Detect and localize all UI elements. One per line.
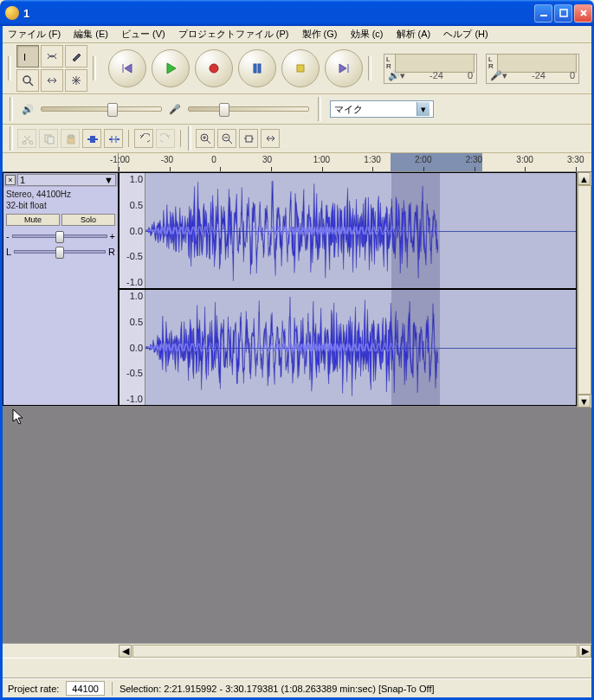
mute-button[interactable]: Mute	[6, 214, 60, 226]
menu-generate[interactable]: 製作 (G)	[302, 29, 338, 39]
cut-button[interactable]	[17, 129, 36, 148]
speaker-icon: 🔊▾	[388, 70, 405, 81]
svg-rect-1	[560, 10, 567, 16]
track-format: Stereo, 44100Hz	[6, 189, 115, 200]
fit-selection-button[interactable]	[239, 129, 258, 148]
zoom-tool[interactable]	[16, 69, 39, 92]
grip[interactable]	[93, 56, 96, 80]
multi-tool[interactable]	[65, 69, 87, 92]
undo-button[interactable]	[134, 129, 153, 148]
gain-slider[interactable]: -+	[6, 231, 115, 241]
redo-button[interactable]	[156, 129, 175, 148]
track-bits: 32-bit float	[6, 200, 115, 211]
transport-controls	[108, 49, 363, 87]
project-rate-label: Project rate:	[8, 684, 59, 694]
envelope-tool[interactable]	[41, 45, 63, 67]
grip[interactable]	[318, 97, 321, 121]
menu-project[interactable]: プロジェクトファイル (P)	[178, 29, 289, 39]
svg-rect-20	[246, 136, 252, 142]
grip[interactable]	[10, 126, 13, 151]
output-volume-slider[interactable]	[41, 106, 162, 112]
chevron-down-icon: ▼	[104, 175, 113, 185]
menu-edit[interactable]: 編集 (E)	[74, 29, 108, 39]
input-volume-slider[interactable]	[188, 106, 309, 112]
svg-rect-8	[297, 65, 304, 72]
silence-button[interactable]	[104, 129, 123, 148]
pan-slider[interactable]: LR	[6, 247, 115, 257]
solo-button[interactable]: Solo	[61, 214, 115, 226]
app-icon	[5, 6, 19, 20]
menu-effect[interactable]: 効果 (c)	[351, 29, 384, 39]
timeshift-tool[interactable]	[41, 69, 63, 92]
timeline-ruler[interactable]: -1:00-300301:001:302:002:303:003:30	[3, 153, 591, 172]
skip-end-button[interactable]	[325, 49, 363, 87]
selection-tool[interactable]: I	[16, 45, 39, 67]
svg-rect-12	[48, 137, 54, 144]
selection-status: Selection: 2:21.915992 - 3:30.179381 (1:…	[119, 684, 435, 694]
maximize-button[interactable]	[554, 4, 572, 22]
dropdown-arrow-icon: ▾	[416, 102, 429, 116]
stop-button[interactable]	[281, 49, 320, 87]
menubar: ファイル (F) 編集 (E) ビュー (V) プロジェクトファイル (P) 製…	[3, 26, 591, 43]
track-header: × 1▼ Stereo, 44100Hz 32-bit float Mute S…	[3, 172, 119, 406]
record-button[interactable]	[195, 49, 233, 87]
skip-start-button[interactable]	[108, 49, 146, 87]
svg-point-5	[210, 64, 218, 73]
zoom-out-button[interactable]	[217, 129, 236, 148]
grip[interactable]	[10, 97, 13, 121]
grip[interactable]	[368, 56, 371, 80]
zoom-in-button[interactable]	[196, 129, 215, 148]
menu-analyze[interactable]: 解析 (A)	[397, 29, 431, 39]
svg-text:I: I	[23, 52, 26, 62]
empty-track-space[interactable]	[3, 408, 591, 643]
meters: LR 🔊▾-240 LR 🎤▾-240	[377, 54, 579, 84]
selection-toolbar	[3, 658, 591, 678]
amplitude-ruler-left: 1.00.50.0-0.5-1.0	[119, 173, 145, 288]
svg-rect-6	[254, 64, 256, 73]
horizontal-scrollbar[interactable]: ◀▶	[3, 643, 591, 658]
svg-line-4	[29, 82, 33, 86]
grip[interactable]	[188, 126, 191, 151]
svg-line-17	[207, 140, 210, 144]
grip[interactable]	[8, 56, 11, 80]
menu-help[interactable]: ヘルプ (H)	[443, 29, 487, 39]
edit-toolbar	[3, 125, 591, 153]
tools-grid: I	[16, 45, 87, 92]
window-title: 1	[23, 7, 533, 20]
svg-point-10	[29, 141, 33, 144]
track-menu-dropdown[interactable]: 1▼	[17, 174, 116, 186]
copy-button[interactable]	[39, 129, 58, 148]
waveform-left-channel[interactable]	[145, 173, 576, 288]
speaker-icon: 🔊	[22, 104, 34, 115]
minimize-button[interactable]	[534, 4, 552, 22]
statusbar: Project rate: 44100 Selection: 2:21.9159…	[3, 678, 591, 697]
svg-rect-7	[258, 64, 261, 73]
waveform-area[interactable]: 1.00.50.0-0.5-1.0 1.00.50.0-0.5-1.0	[119, 172, 577, 406]
tracks-area: × 1▼ Stereo, 44100Hz 32-bit float Mute S…	[3, 172, 591, 408]
track-close-button[interactable]: ×	[5, 175, 16, 185]
svg-line-19	[229, 140, 232, 144]
play-button[interactable]	[152, 49, 190, 87]
svg-rect-0	[540, 15, 547, 16]
amplitude-ruler-right: 1.00.50.0-0.5-1.0	[119, 290, 145, 405]
vertical-scrollbar[interactable]: ▲▼	[577, 172, 591, 408]
svg-rect-14	[69, 135, 73, 138]
mic-icon: 🎤	[169, 104, 181, 115]
pause-button[interactable]	[238, 49, 276, 87]
main-toolbar: I LR 🔊▾-240 LR 🎤▾-240	[3, 43, 591, 94]
trim-button[interactable]	[82, 129, 101, 148]
menu-view[interactable]: ビュー (V)	[121, 29, 165, 39]
close-button[interactable]	[574, 4, 592, 22]
svg-rect-15	[90, 136, 95, 143]
project-rate-value[interactable]: 44100	[66, 681, 105, 696]
paste-button[interactable]	[61, 129, 80, 148]
menu-file[interactable]: ファイル (F)	[8, 29, 61, 39]
mic-icon: 🎤▾	[490, 70, 507, 81]
fit-project-button[interactable]	[261, 129, 280, 148]
titlebar[interactable]: 1	[0, 0, 594, 26]
mixer-toolbar: 🔊 🎤 マイク ▾	[3, 94, 591, 125]
draw-tool[interactable]	[65, 45, 87, 67]
waveform-right-channel[interactable]	[145, 290, 576, 405]
input-device-dropdown[interactable]: マイク ▾	[330, 100, 434, 118]
svg-point-3	[23, 76, 30, 83]
